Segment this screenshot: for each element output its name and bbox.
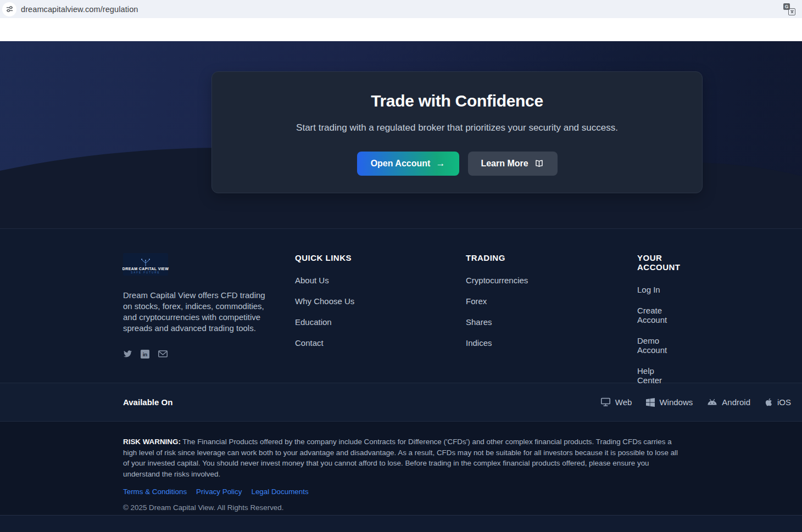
footer-link-cryptocurrencies[interactable]: Cryptocurrencies (466, 276, 637, 285)
legal-links-row: Terms & Conditions Privacy Policy Legal … (123, 488, 679, 496)
apple-icon (765, 397, 773, 407)
footer-column-quick-links: QUICK LINKS About Us Why Choose Us Educa… (295, 253, 466, 396)
footer-link-why-choose-us[interactable]: Why Choose Us (295, 296, 466, 306)
platform-label: iOS (777, 397, 791, 407)
brand-description: Dream Capital View offers CFD trading on… (123, 290, 276, 334)
learn-more-button[interactable]: Learn More (468, 152, 558, 176)
logo-wordmark: DREAM CAPITAL VIEW (122, 267, 169, 271)
browser-url-bar: dreamcapitalview.com/regulation G (0, 0, 802, 18)
platform-label: Windows (659, 397, 693, 407)
platform-label: Android (722, 397, 750, 407)
footer-link-help-center[interactable]: Help Center (637, 366, 681, 385)
footer-link-indices[interactable]: Indices (466, 338, 637, 348)
monitor-icon (600, 397, 611, 407)
footer-link-log-in[interactable]: Log In (637, 285, 681, 294)
available-on-label: Available On (123, 397, 172, 407)
footer-link-create-account[interactable]: Create Account (637, 306, 681, 324)
learn-more-label: Learn More (481, 159, 528, 169)
column-title: YOUR ACCOUNT (637, 253, 681, 272)
brand-logo[interactable]: DREAM CAPITAL VIEW SAFE FUTURE (123, 253, 168, 276)
platform-windows[interactable]: Windows (646, 397, 693, 407)
footer-column-your-account: YOUR ACCOUNT Log In Create Account Demo … (637, 253, 681, 396)
site-settings-button[interactable] (2, 2, 16, 16)
terms-and-conditions-link[interactable]: Terms & Conditions (123, 488, 187, 496)
footer-link-demo-account[interactable]: Demo Account (637, 336, 681, 355)
social-links: in (123, 349, 295, 359)
footer-column-trading: TRADING Cryptocurrencies Forex Shares In… (466, 253, 637, 396)
copyright-text: © 2025 Dream Capital View. All Rights Re… (123, 503, 679, 512)
platform-android[interactable]: Android (707, 397, 750, 407)
risk-warning-label: RISK WARNING: (123, 438, 181, 446)
privacy-policy-link[interactable]: Privacy Policy (196, 488, 242, 496)
platform-ios[interactable]: iOS (765, 397, 791, 407)
column-title: QUICK LINKS (295, 253, 466, 262)
logo-tagline: SAFE FUTURE (131, 271, 160, 274)
column-title: TRADING (466, 253, 637, 262)
footer-link-about-us[interactable]: About Us (295, 276, 466, 285)
translate-front-square: G (783, 3, 790, 10)
risk-warning-text: RISK WARNING: The Financial Products off… (123, 436, 679, 479)
url-text[interactable]: dreamcapitalview.com/regulation (21, 5, 138, 14)
platform-list: Web Windows Android (600, 397, 791, 407)
platform-label: Web (615, 397, 632, 407)
cta-button-row: Open Account → Learn More (212, 152, 702, 176)
linkedin-icon[interactable]: in (141, 349, 150, 359)
platform-web[interactable]: Web (600, 397, 632, 407)
hero-section: Trade with Confidence Start trading with… (0, 41, 802, 229)
twitter-icon[interactable] (123, 349, 132, 359)
cta-title: Trade with Confidence (212, 92, 702, 110)
cta-subtitle: Start trading with a regulated broker th… (212, 122, 702, 133)
page-top-whitespace (0, 18, 802, 41)
svg-text:in: in (143, 351, 148, 357)
footer-link-shares[interactable]: Shares (466, 317, 637, 327)
open-account-label: Open Account (371, 159, 431, 169)
book-open-icon (534, 159, 544, 169)
android-icon (707, 399, 717, 406)
footer-brand-column: DREAM CAPITAL VIEW SAFE FUTURE Dream Cap… (123, 253, 295, 396)
footer-link-contact[interactable]: Contact (295, 338, 466, 348)
risk-warning-body: The Financial Products offered by the co… (123, 438, 678, 478)
cta-card: Trade with Confidence Start trading with… (211, 71, 703, 193)
footer: DREAM CAPITAL VIEW SAFE FUTURE Dream Cap… (0, 229, 802, 383)
windows-icon (646, 398, 655, 407)
arrow-right-icon: → (436, 158, 445, 169)
tune-icon (5, 5, 14, 13)
email-icon[interactable] (158, 349, 168, 359)
footer-link-education[interactable]: Education (295, 317, 466, 327)
legal-documents-link[interactable]: Legal Documents (251, 488, 308, 496)
open-account-button[interactable]: Open Account → (357, 152, 459, 176)
logo-tree-icon (138, 259, 153, 267)
risk-warning-section: RISK WARNING: The Financial Products off… (0, 422, 802, 515)
bottom-strip (0, 515, 802, 532)
footer-link-forex[interactable]: Forex (466, 296, 637, 306)
translate-icon[interactable]: G (783, 3, 795, 15)
